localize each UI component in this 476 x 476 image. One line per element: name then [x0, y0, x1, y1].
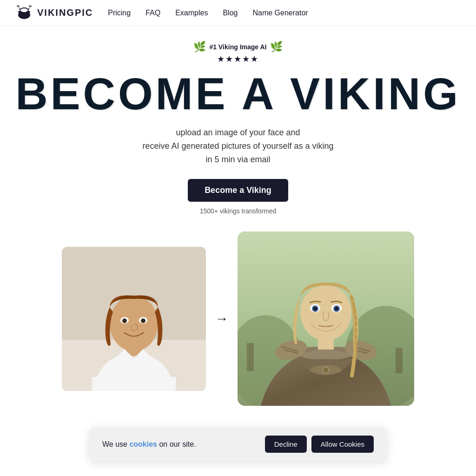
after-image: [238, 231, 414, 406]
logo-text: VIKINGPIC: [37, 7, 93, 18]
nav-blog[interactable]: Blog: [223, 9, 238, 17]
decline-button[interactable]: Decline: [265, 436, 307, 453]
star-rating: ★★★★★: [217, 54, 259, 64]
nav-faq[interactable]: FAQ: [145, 9, 160, 17]
nav-examples[interactable]: Examples: [175, 9, 208, 17]
nav-links: Pricing FAQ Examples Blog Name Generator: [108, 9, 308, 17]
nav-pricing[interactable]: Pricing: [108, 9, 131, 17]
svg-point-5: [20, 8, 28, 12]
svg-point-37: [324, 368, 328, 372]
svg-rect-16: [92, 377, 176, 391]
cookie-text: We use cookies on our site.: [102, 440, 196, 449]
cookie-banner: We use cookies on our site. Decline Allo…: [89, 427, 387, 461]
svg-rect-3: [29, 6, 32, 7]
svg-point-14: [122, 318, 127, 323]
hero-title: BECOME A VIKING: [15, 72, 461, 117]
hero-section: 🌿 #1 Viking Image AI 🌿 ★★★★★ BECOME A VI…: [0, 26, 476, 406]
svg-rect-6: [22, 14, 26, 18]
laurel-right-icon: 🌿: [270, 41, 283, 53]
cookie-buttons: Decline Allow Cookies: [265, 436, 374, 453]
transformation-arrow: →: [215, 311, 228, 326]
nav-name-generator[interactable]: Name Generator: [252, 9, 308, 17]
viking-helmet-icon: [15, 4, 33, 22]
svg-point-15: [141, 318, 145, 323]
badge-text: #1 Viking Image AI: [210, 43, 267, 51]
hero-subtitle: upload an image of your face and receive…: [142, 126, 333, 166]
before-image: [62, 247, 206, 391]
badge: 🌿 #1 Viking Image AI 🌿 ★★★★★: [193, 41, 283, 64]
cookie-link[interactable]: cookies: [129, 440, 157, 448]
svg-rect-20: [247, 343, 254, 371]
become-viking-button[interactable]: Become a Viking: [188, 179, 288, 202]
logo-link[interactable]: VIKINGPIC: [15, 4, 93, 22]
svg-point-35: [335, 307, 338, 311]
transformation-images: →: [9, 231, 467, 406]
navbar: VIKINGPIC Pricing FAQ Examples Blog Name…: [0, 0, 476, 26]
svg-point-34: [313, 307, 317, 311]
allow-cookies-button[interactable]: Allow Cookies: [311, 436, 374, 453]
social-proof-text: 1500+ vikings transformed: [200, 207, 277, 215]
laurel-left-icon: 🌿: [193, 41, 206, 53]
svg-rect-21: [396, 348, 403, 373]
svg-rect-2: [17, 6, 20, 7]
svg-point-29: [300, 285, 351, 341]
